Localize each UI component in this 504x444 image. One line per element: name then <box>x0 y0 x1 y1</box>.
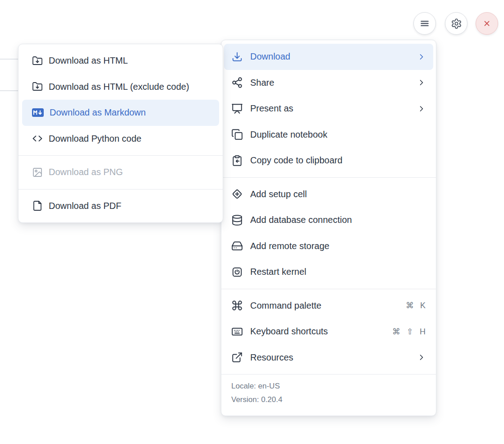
command-icon <box>231 300 243 311</box>
hard-drive-icon <box>231 240 243 252</box>
markdown-icon <box>32 108 44 117</box>
menu-item-duplicate-notebook[interactable]: Duplicate notebook <box>221 122 436 148</box>
menu-item-keyboard-shortcuts[interactable]: Keyboard shortcuts ⌘ ⇧ H <box>221 319 436 345</box>
menu-item-label: Download as HTML (exclude code) <box>49 82 189 92</box>
shortcut-hint: ⌘ K <box>406 301 426 310</box>
database-icon <box>231 214 243 226</box>
menu-divider <box>18 155 223 156</box>
menu-item-add-setup-cell[interactable]: Add setup cell <box>221 181 436 208</box>
menu-item-download[interactable]: Download <box>224 44 433 70</box>
locale-text: Locale: en-US <box>231 379 426 393</box>
file-icon <box>32 200 43 211</box>
share-icon <box>231 77 243 88</box>
shortcut-hint: ⌘ ⇧ H <box>392 327 426 337</box>
folder-download-icon <box>32 81 43 92</box>
background-cell-border <box>0 90 18 91</box>
notebook-menu: Download Share Present as Duplicate note… <box>221 40 436 416</box>
settings-button[interactable] <box>445 12 467 35</box>
menu-item-label: Download as PDF <box>49 201 121 211</box>
submenu-item-download-html-exclude-code[interactable]: Download as HTML (exclude code) <box>18 74 223 100</box>
menu-item-restart-kernel[interactable]: Restart kernel <box>221 259 436 285</box>
submenu-item-download-markdown[interactable]: Download as Markdown <box>22 100 219 126</box>
menu-item-present-as[interactable]: Present as <box>221 96 436 122</box>
menu-item-label: Resources <box>250 352 293 363</box>
close-button[interactable] <box>476 12 498 35</box>
hamburger-icon <box>419 18 431 29</box>
chevron-right-icon <box>417 52 426 61</box>
submenu-item-download-html[interactable]: Download as HTML <box>18 48 223 74</box>
diamond-plus-icon <box>231 188 243 200</box>
menu-item-label: Command palette <box>250 301 321 311</box>
menu-item-label: Download Python code <box>49 134 142 144</box>
download-icon <box>231 51 243 63</box>
menu-item-label: Share <box>250 78 274 88</box>
submenu-item-download-png[interactable]: Download as PNG <box>18 159 223 185</box>
chevron-right-icon <box>417 104 426 113</box>
menu-item-label: Download as HTML <box>49 56 128 66</box>
code-icon <box>32 133 43 144</box>
menu-item-copy-code[interactable]: Copy code to clipboard <box>221 148 436 174</box>
presentation-icon <box>231 103 243 115</box>
keyboard-icon <box>231 326 243 338</box>
submenu-item-download-pdf[interactable]: Download as PDF <box>18 193 223 219</box>
menu-item-label: Download as Markdown <box>50 107 146 118</box>
image-icon <box>32 167 43 178</box>
menu-item-label: Add database connection <box>250 215 352 225</box>
menu-item-label: Download as PNG <box>49 167 123 177</box>
background-cell-border <box>0 59 18 60</box>
close-icon <box>482 19 491 28</box>
menu-item-label: Duplicate notebook <box>250 130 327 140</box>
duplicate-icon <box>231 129 243 140</box>
menu-item-share[interactable]: Share <box>221 70 436 96</box>
external-link-icon <box>231 352 243 363</box>
menu-item-add-remote-storage[interactable]: Add remote storage <box>221 233 436 259</box>
menu-item-label: Present as <box>250 103 293 114</box>
power-icon <box>231 266 243 278</box>
menu-divider <box>18 189 223 190</box>
submenu-item-download-python-code[interactable]: Download Python code <box>18 126 223 152</box>
chevron-right-icon <box>417 78 426 87</box>
gear-icon <box>451 18 462 29</box>
menu-divider <box>221 289 436 289</box>
menu-item-command-palette[interactable]: Command palette ⌘ K <box>221 293 436 319</box>
folder-download-icon <box>32 56 43 66</box>
menu-item-label: Copy code to clipboard <box>250 155 343 166</box>
menu-item-label: Add setup cell <box>250 189 307 199</box>
menu-item-add-database-connection[interactable]: Add database connection <box>221 207 436 233</box>
menu-footer: Locale: en-US Version: 0.20.4 <box>221 374 436 412</box>
menu-toggle-button[interactable] <box>413 12 436 35</box>
menu-item-resources[interactable]: Resources <box>221 345 436 371</box>
chevron-right-icon <box>417 353 426 362</box>
menu-item-label: Download <box>250 51 290 62</box>
menu-item-label: Add remote storage <box>250 241 330 251</box>
clipboard-copy-icon <box>231 155 243 166</box>
menu-divider <box>221 177 436 178</box>
version-text: Version: 0.20.4 <box>231 393 426 407</box>
download-submenu: Download as HTML Download as HTML (exclu… <box>18 44 223 223</box>
menu-item-label: Restart kernel <box>250 267 307 277</box>
menu-item-label: Keyboard shortcuts <box>250 326 328 337</box>
